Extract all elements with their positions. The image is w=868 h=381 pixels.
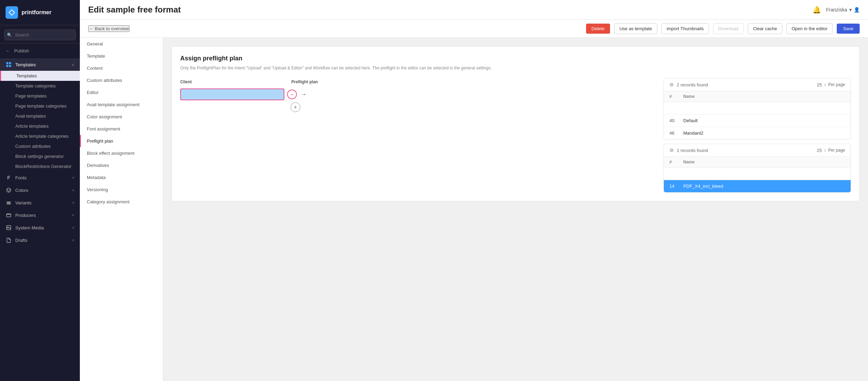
sidebar-item-colors[interactable]: Colors <	[0, 184, 80, 196]
chevron-drafts-icon: <	[72, 238, 74, 242]
sidebar-sub-item-custom-attributes[interactable]: Custom attributes	[0, 141, 80, 151]
publish-nav-item[interactable]: ← Publish	[0, 45, 80, 56]
sidebar-sub-item-avail-templates[interactable]: Avail templates	[0, 111, 80, 121]
per-page-top-arrows[interactable]: ↕	[824, 82, 826, 87]
open-editor-button[interactable]: Open in the editor	[786, 23, 833, 34]
remove-assignment-button[interactable]: −	[287, 90, 297, 99]
per-page-bottom-arrows[interactable]: ↕	[824, 148, 826, 153]
svg-point-9	[8, 191, 9, 192]
per-page-top-wrap: 25 ↕ Per page	[817, 82, 845, 87]
per-page-top-label: Per page	[828, 82, 845, 87]
sidebar-sub-item-article-template-categories[interactable]: Article template categories	[0, 131, 80, 141]
header-right: 🔔 Franziska ▾ 👤	[812, 6, 860, 14]
left-nav-preflight-plan[interactable]: Preflight plan	[80, 135, 163, 147]
gear-icon-bottom[interactable]: ⚙	[669, 147, 674, 153]
download-button[interactable]: Download	[713, 23, 744, 34]
left-nav-general[interactable]: General	[80, 38, 163, 50]
per-page-bottom-num: 25	[817, 148, 822, 153]
left-nav-font-assignment[interactable]: Font assignment	[80, 123, 163, 135]
records-top-table: ⚙ 2 records found 25 ↕ Per page	[663, 78, 851, 139]
sidebar-sub-item-block-settings[interactable]: Block settings generator	[0, 151, 80, 161]
image-icon	[6, 225, 12, 231]
record-id-40: 40	[669, 118, 683, 123]
left-nav-avail-template-assignment[interactable]: Avail template assignment	[80, 99, 163, 111]
delete-button[interactable]: Delete	[586, 24, 610, 34]
svg-rect-3	[9, 62, 11, 64]
records-bottom-table: ⚙ 1 records found 25 ↕ Per page	[663, 144, 851, 193]
svg-point-8	[9, 189, 10, 190]
logo-icon	[6, 6, 18, 19]
left-nav-custom-attributes[interactable]: Custom attributes	[80, 74, 163, 86]
chevron-variants-icon: <	[72, 201, 74, 205]
svg-rect-12	[7, 204, 11, 204]
left-nav-template[interactable]: Template	[80, 50, 163, 62]
sidebar-sub-item-block-restrictions[interactable]: BlockRestrictions Generator	[0, 161, 80, 171]
use-as-template-button[interactable]: Use as template	[614, 23, 657, 34]
sidebar-item-system-media[interactable]: System Media <	[0, 221, 80, 234]
layers-icon	[6, 200, 12, 206]
sidebar: printformer 🔍 ← Publish Templates ∨ Temp…	[0, 0, 80, 381]
gear-icon-top[interactable]: ⚙	[669, 82, 674, 87]
publish-arrow-icon: ←	[6, 48, 10, 53]
col-name-top: Name	[683, 94, 845, 99]
content-area: General Template Content Custom attribut…	[80, 38, 868, 381]
sidebar-sub-item-templates[interactable]: Templates	[0, 71, 80, 81]
import-thumbnails-button[interactable]: import Thumbnails	[661, 23, 709, 34]
back-label: Back to overview	[95, 26, 129, 31]
svg-rect-2	[6, 62, 8, 64]
user-avatar-icon: 👤	[854, 7, 860, 12]
records-bottom-count: ⚙ 1 records found	[669, 147, 708, 153]
left-nav-derivatives[interactable]: Derivatives	[80, 159, 163, 171]
chevron-colors-icon: <	[72, 188, 74, 192]
per-page-top-num: 25	[817, 82, 822, 87]
svg-rect-11	[7, 203, 11, 203]
sidebar-sub-item-article-templates[interactable]: Article templates	[0, 121, 80, 131]
left-nav-versioning[interactable]: Versioning	[80, 184, 163, 196]
records-bottom-row-14[interactable]: 14 PDF_X4_incl_bleed	[664, 180, 851, 192]
main-content: Edit sample free format 🔔 Franziska ▾ 👤 …	[80, 0, 868, 381]
add-assignment-button[interactable]: +	[291, 102, 300, 112]
left-nav-category-assignment[interactable]: Category assignment	[80, 196, 163, 208]
sidebar-item-templates[interactable]: Templates ∨	[0, 58, 80, 71]
left-nav-editor[interactable]: Editor	[80, 86, 163, 99]
sidebar-sub-item-page-template-categories[interactable]: Page template categories	[0, 101, 80, 111]
sidebar-item-system-media-label: System Media	[15, 225, 44, 230]
assign-section-title: Assign preflight plan	[180, 55, 851, 62]
top-header: Edit sample free format 🔔 Franziska ▾ 👤	[80, 0, 868, 20]
assign-client-input[interactable]	[180, 88, 284, 100]
records-top-row-46[interactable]: 46 Mandant2	[664, 127, 851, 139]
sidebar-item-variants-label: Variants	[15, 200, 32, 205]
clear-cache-button[interactable]: Clear cache	[748, 23, 782, 34]
bell-icon[interactable]: 🔔	[812, 6, 821, 14]
left-nav-content[interactable]: Content	[80, 62, 163, 74]
username-label: Franziska	[826, 7, 847, 12]
page-title: Edit sample free format	[88, 5, 181, 15]
assign-preflight-section: Assign preflight plan Only the Preflight…	[172, 46, 860, 201]
record-id-14: 14	[669, 184, 683, 189]
assign-section-description: Only the PreflightPlan for the Intent "U…	[180, 65, 851, 71]
assign-col-plan-header: Preflight plan	[291, 78, 657, 86]
left-nav-block-effect-assignment[interactable]: Block effect assignment	[80, 147, 163, 159]
sidebar-item-producers[interactable]: Producers <	[0, 209, 80, 221]
user-menu[interactable]: Franziska ▾ 👤	[826, 7, 860, 12]
sidebar-item-fonts[interactable]: F Fonts <	[0, 171, 80, 184]
record-name-40: Default	[683, 118, 845, 123]
templates-nav-group: Templates ∨ Templates Template categorie…	[0, 58, 80, 171]
assign-table: Client Preflight plan − → +	[180, 78, 657, 193]
back-to-overview-button[interactable]: ← Back to overview	[88, 25, 130, 32]
record-name-46: Mandant2	[683, 130, 845, 136]
records-top-header: ⚙ 2 records found 25 ↕ Per page	[664, 78, 851, 91]
sidebar-logo: printformer	[0, 0, 80, 25]
chevron-fonts-icon: <	[72, 176, 74, 180]
assign-col-client-header: Client	[180, 78, 291, 86]
sidebar-item-drafts[interactable]: Drafts <	[0, 234, 80, 246]
records-top-row-40[interactable]: 40 Default	[664, 115, 851, 127]
sidebar-sub-item-template-categories[interactable]: Template categories	[0, 81, 80, 91]
search-input[interactable]	[4, 29, 76, 40]
save-button[interactable]: Save	[837, 24, 860, 34]
sidebar-sub-item-page-templates[interactable]: Page templates	[0, 91, 80, 101]
sidebar-item-variants[interactable]: Variants <	[0, 196, 80, 209]
left-nav-metadata[interactable]: Metadata	[80, 171, 163, 184]
assign-row-1: − →	[180, 88, 657, 100]
left-nav-color-assignment[interactable]: Color assignment	[80, 111, 163, 123]
